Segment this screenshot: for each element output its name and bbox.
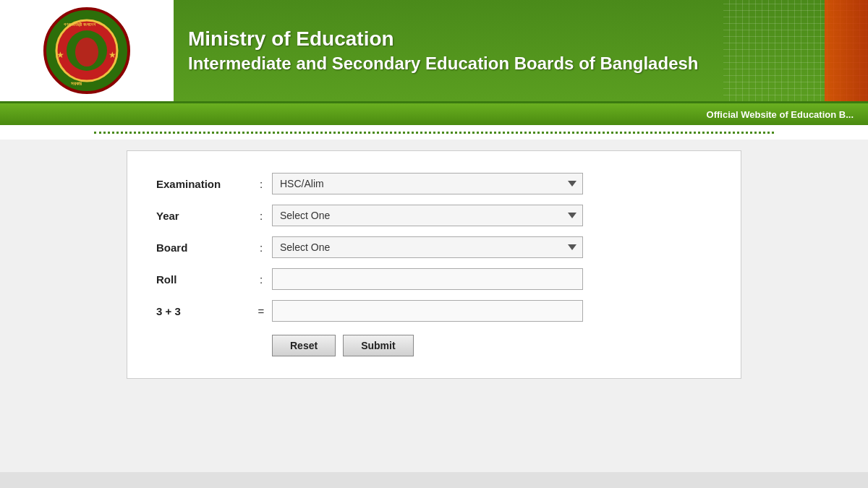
red-stripe (825, 0, 868, 101)
year-control: Select One 2023 2022 2021 2020 (272, 205, 583, 226)
year-row: Year : Select One 2023 2022 2021 2020 (156, 205, 712, 226)
captcha-label: 3 + 3 (156, 305, 250, 317)
board-select[interactable]: Select One Dhaka Chittagong Rajshahi Syl… (272, 236, 583, 258)
main-content: Examination : HSC/Alim SSC/Dakhil JSC/JD… (0, 140, 868, 472)
svg-text:গণপ্রজাতন্ত্রী বাংলাদেশ: গণপ্রজাতন্ত্রী বাংলাদেশ (64, 22, 96, 27)
examination-colon: : (250, 178, 272, 190)
dotted-separator (0, 125, 868, 140)
svg-text:★: ★ (109, 50, 116, 60)
sub-header: Official Website of Education B... (0, 103, 868, 125)
dotted-line (94, 132, 774, 134)
header: ★ ★ গণপ্রজাতন্ত্রী বাংলাদেশ সরকার Minist… (0, 0, 868, 103)
year-select[interactable]: Select One 2023 2022 2021 2020 (272, 205, 583, 226)
board-row: Board : Select One Dhaka Chittagong Rajs… (156, 236, 712, 258)
examination-select[interactable]: HSC/Alim SSC/Dakhil JSC/JDC (272, 173, 583, 194)
logo-emblem: ★ ★ গণপ্রজাতন্ত্রী বাংলাদেশ সরকার (43, 7, 130, 94)
official-website-text: Official Website of Education B... (707, 109, 854, 120)
svg-text:★: ★ (56, 50, 64, 60)
svg-point-3 (75, 38, 98, 67)
captcha-row: 3 + 3 = (156, 300, 712, 322)
captcha-colon: = (250, 305, 272, 317)
roll-input[interactable] (272, 268, 583, 290)
examination-row: Examination : HSC/Alim SSC/Dakhil JSC/JD… (156, 173, 712, 194)
examination-control: HSC/Alim SSC/Dakhil JSC/JDC (272, 173, 583, 194)
form-container: Examination : HSC/Alim SSC/Dakhil JSC/JD… (127, 150, 741, 379)
board-label: Board (156, 241, 250, 254)
board-control: Select One Dhaka Chittagong Rajshahi Syl… (272, 236, 583, 258)
captcha-control (272, 300, 583, 322)
logo-section: ★ ★ গণপ্রজাতন্ত্রী বাংলাদেশ সরকার (0, 0, 174, 101)
svg-text:সরকার: সরকার (71, 81, 82, 86)
roll-colon: : (250, 273, 272, 286)
board-colon: : (250, 241, 272, 254)
roll-row: Roll : (156, 268, 712, 290)
reset-button[interactable]: Reset (272, 335, 336, 356)
year-colon: : (250, 210, 272, 222)
roll-control (272, 268, 583, 290)
roll-label: Roll (156, 273, 250, 286)
examination-label: Examination (156, 178, 250, 190)
submit-button[interactable]: Submit (343, 335, 413, 356)
year-label: Year (156, 210, 250, 222)
button-row: Reset Submit (156, 335, 712, 356)
captcha-input[interactable] (272, 300, 583, 322)
